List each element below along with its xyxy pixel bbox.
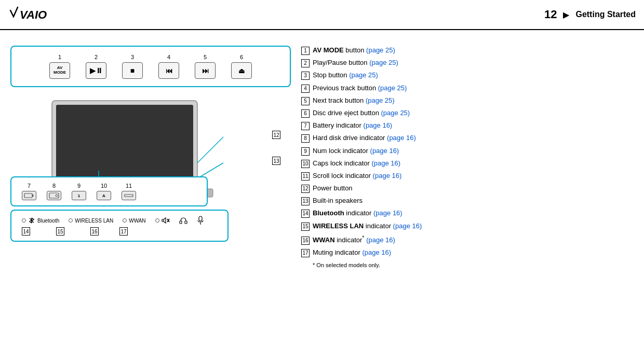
indicator-bar-diagram: 7 8 9 <box>10 176 208 206</box>
btn-number-2: 2 <box>95 54 98 60</box>
desc-text-9: Num lock indicator (page 16) <box>313 146 399 156</box>
btn-next: ⏭ <box>195 62 216 79</box>
num-box-17: 17 <box>119 227 128 236</box>
ind-item-7: 7 <box>22 183 36 200</box>
desc-num-box-9: 9 <box>301 147 310 156</box>
indicator-wireless: WIRELESS LAN <box>69 218 113 224</box>
svg-rect-23 <box>180 221 182 224</box>
desc-text-16: WWAN indicator* (page 16) <box>313 234 395 245</box>
btn-item-6: 6 ⏏ <box>231 54 252 79</box>
logo-area: VAIO <box>8 5 60 24</box>
desc-item-4: 4 Previous track button (page 25) <box>301 84 634 93</box>
section-title: Getting Started <box>575 10 636 19</box>
desc-text-8: Hard disk drive indicator (page 16) <box>313 133 416 143</box>
desc-num-box-7: 7 <box>301 122 310 130</box>
header-right: 12 ▶ Getting Started <box>544 8 636 21</box>
num-box-15: 15 <box>56 227 64 236</box>
description-list: 1 AV MODE button (page 25) 2 Play/Pause … <box>301 46 634 258</box>
svg-rect-18 <box>49 193 59 198</box>
ind-scrolllock <box>122 191 136 200</box>
desc-item-10: 10 Caps lock indicator (page 16) <box>301 159 634 168</box>
indicator-bluetooth: Bluetooth <box>22 217 59 224</box>
desc-item-17: 17 Muting indicator (page 16) <box>301 248 634 257</box>
main-content: 1 AVMODE 2 ▶⏸ 3 ■ <box>0 30 644 346</box>
desc-text-3: Stop button (page 25) <box>313 71 378 80</box>
left-panel: 1 AVMODE 2 ▶⏸ 3 ■ <box>10 40 291 341</box>
desc-num-box-12: 12 <box>301 185 310 193</box>
desc-item-6: 6 Disc drive eject button (page 25) <box>301 108 634 118</box>
indicator-bar-inner: 7 8 9 <box>22 183 196 200</box>
bt-label: Bluetooth <box>37 218 59 224</box>
ind-item-10: 10 A <box>97 183 111 200</box>
num-box-14: 14 <box>22 227 30 236</box>
desc-item-3: 3 Stop button (page 25) <box>301 71 634 80</box>
wlan-label: WIRELESS LAN <box>75 218 113 224</box>
btn-item-2: 2 ▶⏸ <box>86 54 106 79</box>
right-panel: 1 AV MODE button (page 25) 2 Play/Pause … <box>301 40 634 341</box>
desc-item-1: 1 AV MODE button (page 25) <box>301 46 634 55</box>
desc-item-7: 7 Battery indicator (page 16) <box>301 121 634 130</box>
desc-text-15: WIRELESS LAN indicator (page 16) <box>313 222 422 231</box>
desc-num-box-14: 14 <box>301 210 310 218</box>
ind-number-9: 9 <box>77 183 81 189</box>
desc-text-5: Next track button (page 25) <box>313 96 395 105</box>
desc-num-box-13: 13 <box>301 197 310 205</box>
btn-number-6: 6 <box>240 54 243 60</box>
svg-rect-25 <box>199 216 202 221</box>
ind-hdd <box>47 191 61 200</box>
desc-text-14: Bluetooth indicator (page 16) <box>313 209 403 218</box>
ind-item-11: 11 <box>122 183 136 200</box>
indicator-section: 7 8 9 <box>10 176 291 242</box>
wlan-dot <box>69 218 73 223</box>
desc-text-1: AV MODE button (page 25) <box>313 46 395 55</box>
desc-item-2: 2 Play/Pause button (page 25) <box>301 58 634 67</box>
desc-num-box-15: 15 <box>301 223 310 231</box>
svg-rect-17 <box>32 195 34 197</box>
strip-num-17: 17 <box>119 227 128 236</box>
btn-avmode: AVMODE <box>49 62 70 79</box>
desc-item-13: 13 Built-in speakers <box>301 196 634 205</box>
desc-text-6: Disc drive eject button (page 25) <box>313 108 410 118</box>
desc-text-17: Muting indicator (page 16) <box>313 248 391 257</box>
bottom-strip-inner: Bluetooth WIRELESS LAN WWAN <box>22 216 217 225</box>
ind-number-8: 8 <box>52 183 56 189</box>
strip-num-16: 16 <box>90 227 99 236</box>
ind-capslock: A <box>97 191 111 200</box>
callout-12: 12 <box>272 131 280 139</box>
headphone-icon <box>179 216 187 225</box>
page-number: 12 <box>544 8 557 21</box>
btn-eject: ⏏ <box>231 62 252 79</box>
ind-number-7: 7 <box>28 183 31 189</box>
svg-text:VAIO: VAIO <box>20 8 47 21</box>
btn-item-4: 4 ⏮ <box>158 54 179 79</box>
ind-numlock: 1 <box>72 191 86 200</box>
ind-number-10: 10 <box>101 183 107 189</box>
num-box-16: 16 <box>90 227 99 236</box>
indicator-headphone <box>179 216 187 225</box>
btn-number-1: 1 <box>58 54 61 60</box>
nav-arrow: ▶ <box>563 10 569 20</box>
btn-item-1: 1 AVMODE <box>49 54 70 79</box>
desc-text-12: Power button <box>313 184 353 193</box>
desc-text-10: Caps lock indicator (page 16) <box>313 159 400 168</box>
ind-battery <box>22 191 36 200</box>
indicator-mic <box>197 216 204 225</box>
svg-rect-20 <box>125 195 133 197</box>
mic-icon <box>197 216 204 225</box>
strip-num-14: 14 <box>22 227 30 236</box>
btn-playpause: ▶⏸ <box>86 62 106 79</box>
mute-dot <box>155 218 159 223</box>
desc-text-2: Play/Pause button (page 25) <box>313 58 398 67</box>
footnote: * On selected models only. <box>301 262 634 268</box>
svg-point-19 <box>56 195 58 197</box>
desc-num-box-2: 2 <box>301 59 310 67</box>
svg-rect-16 <box>24 193 32 198</box>
btn-prev: ⏮ <box>158 62 179 79</box>
strip-numbers: 14 15 16 17 <box>22 227 217 236</box>
btn-number-4: 4 <box>167 54 170 60</box>
ind-number-11: 11 <box>126 183 132 189</box>
indicator-mute <box>155 217 170 224</box>
desc-text-11: Scroll lock indicator (page 16) <box>313 171 401 181</box>
page-header: VAIO 12 ▶ Getting Started <box>0 0 644 30</box>
wwan-dot <box>123 218 127 223</box>
